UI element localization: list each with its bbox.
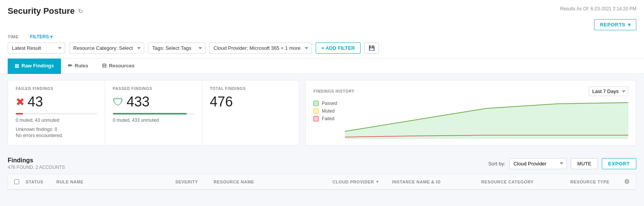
save-icon: 💾 bbox=[369, 45, 375, 51]
failed-sub: 0 muted, 43 unmuted bbox=[16, 118, 97, 123]
th-resource-category: RESOURCE CATEGORY bbox=[481, 180, 571, 184]
passed-sub: 0 muted, 433 unmuted bbox=[113, 118, 194, 123]
sort-by-label: Sort by: bbox=[488, 161, 506, 167]
failed-findings-card: FAILED FINDINGS ✖ 43 0 muted, 43 unmuted… bbox=[8, 80, 105, 146]
findings-chart bbox=[345, 101, 628, 139]
passed-count: 433 bbox=[127, 94, 150, 110]
settings-icon[interactable]: ⚙ bbox=[624, 178, 630, 185]
passed-label: PASSED FINDINGS bbox=[113, 87, 194, 91]
history-title: FINDINGS HISTORY bbox=[313, 89, 354, 93]
legend-muted-color bbox=[313, 108, 319, 114]
th-rule-name: RULE NAME bbox=[56, 180, 175, 184]
main-content: FAILED FINDINGS ✖ 43 0 muted, 43 unmuted… bbox=[0, 74, 644, 152]
failed-label: FAILED FINDINGS bbox=[16, 87, 97, 91]
legend-failed: Failed bbox=[313, 116, 337, 121]
legend-muted-label: Muted bbox=[322, 108, 334, 114]
passed-icon: 🛡 bbox=[113, 96, 124, 108]
reports-button[interactable]: REPORTS ▾ bbox=[594, 19, 636, 30]
history-days-select[interactable]: Last 7 Days bbox=[589, 87, 628, 96]
rules-icon: ✏ bbox=[68, 62, 72, 69]
chevron-down-icon: ▾ bbox=[628, 22, 631, 28]
th-checkbox bbox=[14, 179, 26, 184]
filters-bar: TIME FILTERS ▾ Latest Result Resource Ca… bbox=[0, 32, 644, 59]
raw-findings-icon: ⊞ bbox=[15, 63, 19, 69]
no-errors: No errors encountered. bbox=[16, 133, 97, 138]
failed-bar bbox=[16, 113, 23, 114]
findings-history-card: FINDINGS HISTORY Last 7 Days Passed Mute… bbox=[305, 80, 636, 146]
export-button[interactable]: EXPORT bbox=[602, 158, 636, 169]
failed-count: 43 bbox=[28, 94, 43, 110]
findings-actions: Sort by: Cloud Provider MUTE EXPORT bbox=[488, 158, 636, 169]
failed-unknown: Unknown findings: 0 bbox=[16, 127, 97, 132]
tab-resources-label: Resources bbox=[109, 63, 134, 69]
refresh-icon[interactable]: ↻ bbox=[78, 8, 83, 15]
tab-resources[interactable]: ⊟ Resources bbox=[95, 59, 141, 74]
legend-failed-label: Failed bbox=[322, 116, 334, 121]
chevron-down-icon: ▾ bbox=[50, 34, 53, 39]
chart-legend: Passed Muted Failed bbox=[313, 101, 337, 136]
th-instance: INSTANCE NAME & ID bbox=[392, 180, 481, 184]
time-label: TIME bbox=[8, 34, 18, 39]
total-count: 476 bbox=[210, 94, 233, 110]
save-filter-button[interactable]: 💾 bbox=[364, 43, 379, 54]
results-as-of: Results As Of: 6-23-2021 2:14:20 PM bbox=[560, 6, 636, 11]
total-label: TOTAL FINDINGS bbox=[210, 87, 291, 91]
legend-muted: Muted bbox=[313, 108, 337, 114]
time-select[interactable]: Latest Result bbox=[8, 43, 65, 54]
th-severity: SEVERITY bbox=[175, 180, 214, 184]
cloud-provider-select[interactable]: Cloud Provider: Microsoft 365 + 1 more bbox=[209, 43, 312, 54]
table-header: STATUS RULE NAME SEVERITY RESOURCE NAME … bbox=[8, 174, 636, 190]
legend-failed-color bbox=[313, 116, 319, 121]
resources-icon: ⊟ bbox=[102, 62, 107, 69]
legend-passed-color bbox=[313, 101, 319, 106]
tab-rules-label: Rules bbox=[75, 63, 88, 69]
th-cloud-provider[interactable]: CLOUD PROVIDER ▼ bbox=[333, 180, 392, 184]
tags-select[interactable]: Tags: Select Tags bbox=[148, 43, 206, 54]
chart-area bbox=[345, 101, 628, 139]
sort-by-select[interactable]: Cloud Provider bbox=[509, 158, 567, 169]
failed-icon: ✖ bbox=[16, 96, 25, 108]
cloud-provider-sort-icon: ▼ bbox=[376, 180, 380, 184]
tab-raw-findings[interactable]: ⊞ Raw Findings bbox=[8, 59, 61, 74]
page-title: Security Posture ↻ bbox=[8, 6, 83, 16]
passed-findings-card: PASSED FINDINGS 🛡 433 0 muted, 433 unmut… bbox=[105, 80, 202, 146]
legend-passed-label: Passed bbox=[322, 101, 337, 106]
findings-title: Findings bbox=[8, 157, 65, 164]
add-filter-button[interactable]: + ADD FILTER bbox=[316, 43, 361, 54]
top-bar: Security Posture ↻ Results As Of: 6-23-2… bbox=[0, 0, 644, 16]
filters-toggle[interactable]: FILTERS ▾ bbox=[30, 34, 53, 39]
stats-area: FAILED FINDINGS ✖ 43 0 muted, 43 unmuted… bbox=[8, 80, 299, 146]
tabs-bar: ⊞ Raw Findings ✏ Rules ⊟ Resources bbox=[0, 59, 644, 74]
resource-category-select[interactable]: Resource Category: Select bbox=[69, 43, 144, 54]
mute-button[interactable]: MUTE bbox=[571, 158, 598, 169]
select-all-checkbox[interactable] bbox=[14, 179, 19, 184]
th-status: STATUS bbox=[26, 180, 56, 184]
total-findings-card: TOTAL FINDINGS 476 bbox=[202, 80, 299, 146]
passed-bar bbox=[113, 113, 187, 114]
findings-count: 476 FOUND, 2 ACCOUNTS bbox=[8, 165, 65, 170]
th-resource-name: RESOURCE NAME bbox=[214, 180, 333, 184]
tab-raw-findings-label: Raw Findings bbox=[21, 63, 54, 69]
bottom-section: Findings 476 FOUND, 2 ACCOUNTS Sort by: … bbox=[0, 152, 644, 198]
findings-table: STATUS RULE NAME SEVERITY RESOURCE NAME … bbox=[8, 174, 636, 190]
legend-passed: Passed bbox=[313, 101, 337, 106]
th-resource-type: RESOURCE TYPE ⚙ bbox=[570, 178, 630, 185]
tab-rules[interactable]: ✏ Rules bbox=[61, 59, 95, 74]
findings-header: Findings 476 FOUND, 2 ACCOUNTS Sort by: … bbox=[8, 152, 636, 174]
